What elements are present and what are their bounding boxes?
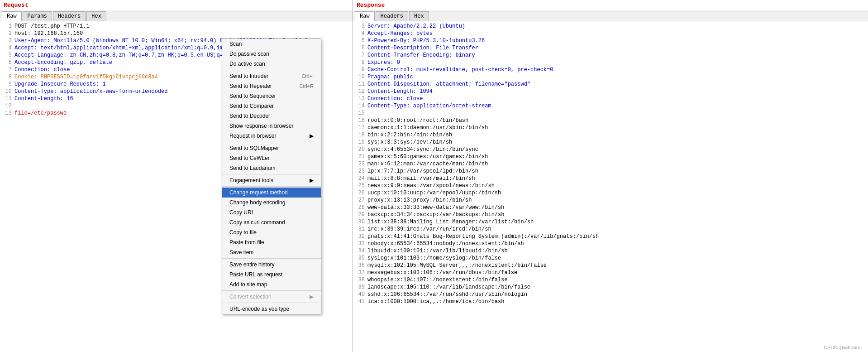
table-row: 15 (356, 110, 865, 117)
line-content: Cache-Control: must-revalidate, post-che… (367, 67, 553, 74)
line-number: 38 (356, 277, 365, 284)
tab-request-params[interactable]: Params (23, 11, 52, 21)
menu-item[interactable]: Send to Sequencer (222, 91, 321, 101)
menu-item-label: Send to Laudanum (229, 165, 275, 171)
line-content: games:x:5:60:games:/usr/games:/bin/sh (367, 154, 488, 161)
submenu-arrow-icon: ▶ (310, 133, 314, 139)
menu-item[interactable]: Copy URL (222, 207, 321, 217)
menu-item-shortcut: Ctrl+I (301, 73, 314, 79)
menu-item[interactable]: Change body encoding (222, 198, 321, 207)
menu-item[interactable]: Show response in browser (222, 121, 321, 131)
line-content: Upgrade-Insecure-Requests: 1 (14, 81, 106, 88)
tab-response-headers[interactable]: Headers (376, 11, 408, 21)
table-row: 12Content-Length: 1094 (356, 88, 865, 96)
menu-item[interactable]: Scan (222, 39, 321, 49)
line-content: root:x:0:0:root:/root:/bin/bash (367, 117, 468, 125)
menu-item[interactable]: Engagement tools▶ (222, 175, 321, 185)
line-content: proxy:x:13:13:proxy:/bin:/bin/sh (367, 197, 472, 204)
menu-item-label: Request in browser (229, 133, 276, 139)
table-row: 1POST /test.php HTTP/1.1 (3, 23, 350, 30)
line-number: 1 (3, 23, 12, 30)
menu-item-label: Send to Comparer (229, 103, 274, 109)
line-content: gnats:x:41:41:Gnats Bug-Reporting System… (367, 233, 599, 241)
menu-item[interactable]: Send to Comparer (222, 101, 321, 111)
line-number: 24 (356, 175, 365, 183)
table-row: 2Host: 192.168.157.160 (3, 30, 350, 38)
line-number: 29 (356, 212, 365, 219)
request-tab-bar: Raw Params Headers Hex (0, 10, 353, 21)
line-number: 19 (356, 139, 365, 146)
line-number: 28 (356, 204, 365, 212)
menu-item-label: Copy as curl command (229, 219, 285, 226)
table-row: 5X-Powered-By: PHP/5.3.10-1ubuntu3.26 (356, 38, 865, 45)
tab-response-raw[interactable]: Raw (355, 11, 375, 21)
line-content: Accept-Ranges: bytes (367, 30, 433, 38)
menu-item[interactable]: Paste URL as request (222, 270, 321, 280)
menu-item-label: Save item (229, 249, 253, 256)
line-content: Content-Disposition: attachment; filenam… (367, 81, 530, 88)
line-content: Accept-Encoding: gzip, deflate (14, 59, 112, 67)
menu-item[interactable]: Send to IntruderCtrl+I (222, 71, 321, 81)
tab-request-hex[interactable]: Hex (86, 11, 106, 21)
line-number: 5 (356, 38, 365, 45)
table-row: 16root:x:0:0:root:/root:/bin/bash (356, 117, 865, 125)
menu-item-label: Send to Intruder (229, 73, 268, 79)
table-row: 30list:x:38:38:Mailing List Manager:/var… (356, 219, 865, 226)
table-row: 38whoopsie:x:104:107::/nonexistent:/bin/… (356, 277, 865, 284)
line-content: list:x:38:38:Mailing List Manager:/var/l… (367, 219, 534, 226)
menu-item[interactable]: Copy to file (222, 227, 321, 237)
submenu-arrow-icon: ▶ (310, 294, 314, 300)
menu-item[interactable]: Send to Decoder (222, 111, 321, 121)
table-row: 32gnats:x:41:41:Gnats Bug-Reporting Syst… (356, 233, 865, 241)
line-number: 8 (3, 74, 12, 81)
menu-item[interactable]: Send to CeWLer (222, 153, 321, 163)
table-row: 24mail:x:8:8:mail:/var/mail:/bin/sh (356, 175, 865, 183)
line-number: 15 (356, 110, 365, 117)
line-number: 32 (356, 233, 365, 241)
menu-item[interactable]: Save item (222, 247, 321, 257)
menu-item[interactable]: Send to SQLMapper (222, 143, 321, 153)
menu-item[interactable]: Save entire history (222, 260, 321, 270)
menu-separator (222, 290, 321, 291)
line-number: 13 (3, 110, 12, 117)
menu-item-label: Convert selection (229, 294, 272, 300)
line-number: 23 (356, 168, 365, 175)
menu-item-label: Send to Repeater (229, 83, 272, 89)
response-tab-bar: Raw Headers Hex (353, 10, 868, 21)
line-number: 3 (3, 38, 12, 45)
menu-item[interactable]: Paste from file (222, 237, 321, 247)
menu-item[interactable]: Do active scan (222, 59, 321, 69)
tab-response-hex[interactable]: Hex (409, 11, 429, 21)
menu-item-label: Copy to file (229, 229, 257, 236)
line-number: 4 (3, 45, 12, 52)
menu-separator (222, 186, 321, 187)
menu-separator (222, 258, 321, 259)
menu-item[interactable]: Add to site map (222, 280, 321, 289)
line-content: daemon:x:1:1:daemon:/usr/sbin:/bin/sh (367, 125, 488, 132)
submenu-arrow-icon: ▶ (310, 177, 314, 183)
menu-item[interactable]: Copy as curl command (222, 217, 321, 227)
request-header: Request (0, 0, 353, 10)
line-content: libuuid:x:100:101::/var/lib/libuuid:/bin… (367, 248, 508, 255)
line-number: 12 (356, 88, 365, 96)
line-content: Pragma: public (367, 74, 413, 81)
line-number: 30 (356, 219, 365, 226)
menu-item-label: Do passive scan (229, 51, 269, 57)
line-content: Content-Description: File Transfer (367, 45, 478, 52)
menu-item[interactable]: Send to Laudanum (222, 163, 321, 173)
table-row: 21games:x:5:60:games:/usr/games:/bin/sh (356, 154, 865, 161)
tab-request-headers[interactable]: Headers (53, 11, 86, 21)
table-row: 41ica:x:1000:1000:ica,,,:/home/ica:/bin/… (356, 299, 865, 306)
menu-item[interactable]: URL-encode as you type (222, 304, 321, 314)
menu-item[interactable]: Change request method (222, 188, 321, 198)
menu-item-label: Do active scan (229, 61, 265, 67)
tab-request-raw[interactable]: Raw (2, 11, 22, 21)
menu-item[interactable]: Do passive scan (222, 49, 321, 59)
line-number: 17 (356, 125, 365, 132)
menu-item[interactable]: Send to RepeaterCtrl+R (222, 81, 321, 91)
menu-item[interactable]: Request in browser▶ (222, 131, 321, 141)
table-row: 27proxy:x:13:13:proxy:/bin:/bin/sh (356, 197, 865, 204)
line-number: 22 (356, 161, 365, 168)
line-number: 39 (356, 284, 365, 291)
table-row: 26uucp:x:10:10:uucp:/var/spool/uucp:/bin… (356, 190, 865, 197)
